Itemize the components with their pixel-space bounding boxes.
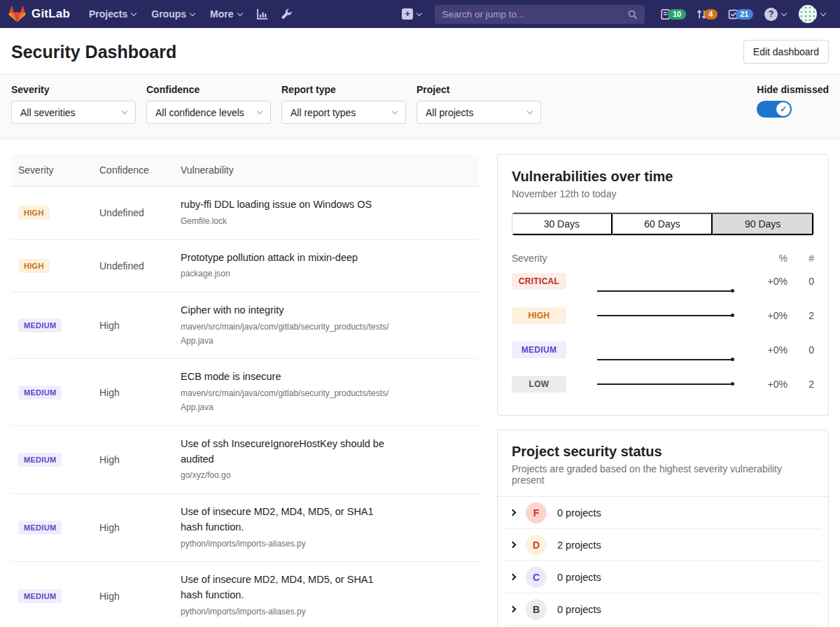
confidence-value: Undefined xyxy=(99,207,181,218)
grade-row-c[interactable]: C 0 projects xyxy=(505,561,821,593)
chevron-down-icon xyxy=(237,10,242,15)
vulnerability-row[interactable]: HIGH Undefined Prototype pollution attac… xyxy=(11,240,479,293)
help-menu-button[interactable]: ? xyxy=(758,3,792,25)
filter-dropdown[interactable]: All report types xyxy=(281,101,406,124)
filter-project: Project All projects xyxy=(416,84,541,124)
grade-project-count: 2 projects xyxy=(557,540,601,551)
nav-item-more[interactable]: More xyxy=(202,4,249,24)
chart-col-severity: Severity xyxy=(512,253,570,264)
trend-sparkline xyxy=(597,359,733,360)
vulnerability-row[interactable]: MEDIUM High Use of ssh InsecureIgnoreHos… xyxy=(11,426,479,494)
filter-dropdown[interactable]: All projects xyxy=(416,101,541,124)
confidence-value: High xyxy=(99,591,181,602)
change-percent: +0% xyxy=(751,379,788,390)
severity-badge: MEDIUM xyxy=(18,589,62,603)
vulnerability-title[interactable]: ECB mode is insecure xyxy=(181,369,391,385)
gitlab-home-link[interactable]: GitLab xyxy=(8,6,70,23)
vulnerability-title[interactable]: Use of insecure MD2, MD4, MD5, or SHA1 h… xyxy=(181,505,391,535)
vulnerability-title[interactable]: Use of insecure MD2, MD4, MD5, or SHA1 h… xyxy=(181,572,391,603)
confidence-value: Undefined xyxy=(99,260,181,272)
severity-badge: MEDIUM xyxy=(18,521,62,535)
grade-project-count: 0 projects xyxy=(557,507,601,519)
table-header: SeverityConfidenceVulnerability xyxy=(11,154,479,187)
hide-dismissed-group: Hide dismissed ✓ xyxy=(757,84,829,118)
confidence-value: High xyxy=(99,522,181,533)
page-header: Security Dashboard Edit dashboard xyxy=(0,28,840,74)
search-input[interactable] xyxy=(442,9,627,20)
column-header-vulnerability: Vulnerability xyxy=(181,164,472,176)
chevron-down-icon xyxy=(122,108,127,114)
check-icon: ✓ xyxy=(776,102,790,116)
vulnerability-row[interactable]: MEDIUM High Use of insecure MD2, MD4, MD… xyxy=(11,494,479,562)
severity-badge: HIGH xyxy=(18,259,50,273)
merge-requests-button[interactable]: 4 xyxy=(691,6,722,23)
severity-badge: HIGH xyxy=(512,307,566,324)
column-header-severity: Severity xyxy=(18,164,99,176)
chevron-right-icon xyxy=(510,542,517,549)
grade-row-f[interactable]: F 0 projects xyxy=(505,497,821,529)
severity-badge: LOW xyxy=(512,376,566,393)
filter-dropdown[interactable]: All severities xyxy=(11,101,136,124)
grade-badge: D xyxy=(526,535,547,556)
vulnerability-title[interactable]: Cipher with no integrity xyxy=(181,303,391,318)
admin-wrench-icon[interactable] xyxy=(274,4,299,24)
nav-counters: 10 4 21 xyxy=(654,6,758,23)
vulnerability-path: go/xyz/foo.go xyxy=(181,469,391,483)
top-navbar: GitLab Projects Groups More + xyxy=(0,0,840,28)
counter-badge: 4 xyxy=(704,9,718,20)
chart-severity-row: CRITICAL +0% 0 xyxy=(512,264,814,298)
chevron-right-icon xyxy=(510,574,517,581)
issues-button[interactable]: 10 xyxy=(654,6,690,23)
severity-badge: CRITICAL xyxy=(512,273,566,290)
filter-selected-value: All projects xyxy=(426,107,473,118)
vulnerability-row[interactable]: HIGH Undefined ruby-ffi DDL loading issu… xyxy=(11,187,479,240)
vulnerability-row[interactable]: MEDIUM High ECB mode is insecure maven/s… xyxy=(11,359,479,425)
vulnerability-title[interactable]: Prototype pollution attack in mixin-deep xyxy=(181,251,391,266)
filter-confidence: Confidence All confidence levels xyxy=(146,84,271,124)
trend-sparkline xyxy=(597,383,733,385)
nav-item-label: Groups xyxy=(151,8,186,20)
vulnerability-title[interactable]: Use of ssh InsecureIgnoreHostKey should … xyxy=(181,437,391,467)
page-title: Security Dashboard xyxy=(11,42,176,62)
new-menu-button[interactable]: + xyxy=(396,4,428,24)
vulnerability-list: SeverityConfidenceVulnerability HIGH Und… xyxy=(11,154,479,627)
vulnerability-count: 2 xyxy=(796,310,814,321)
grade-row-b[interactable]: B 0 projects xyxy=(505,593,821,626)
avatar xyxy=(799,5,817,23)
filter-selected-value: All confidence levels xyxy=(155,107,244,118)
chart-col-count: # xyxy=(796,253,814,264)
severity-badge: HIGH xyxy=(18,206,50,220)
nav-item-groups[interactable]: Groups xyxy=(144,4,202,24)
filter-dropdown[interactable]: All confidence levels xyxy=(146,101,271,124)
change-percent: +0% xyxy=(751,344,788,355)
vulnerability-path: maven/src/main/java/com/gitlab/security_… xyxy=(181,320,391,348)
chevron-down-icon xyxy=(820,10,826,15)
vulnerability-row[interactable]: MEDIUM High Cipher with no integrity mav… xyxy=(11,293,479,359)
nav-item-projects[interactable]: Projects xyxy=(81,4,144,24)
vulnerability-title[interactable]: ruby-ffi DDL loading issue on Windows OS xyxy=(181,197,391,213)
filter-selected-value: All severities xyxy=(20,107,76,118)
filter-label: Report type xyxy=(281,84,406,95)
range-button-60-days[interactable]: 60 Days xyxy=(612,213,713,235)
vulnerability-count: 0 xyxy=(796,276,814,287)
vulnerability-row[interactable]: MEDIUM High Use of insecure MD2, MD4, MD… xyxy=(11,562,479,627)
chevron-down-icon xyxy=(527,108,533,114)
edit-dashboard-button[interactable]: Edit dashboard xyxy=(743,40,829,64)
grade-row-d[interactable]: D 2 projects xyxy=(505,529,821,561)
severity-badge: MEDIUM xyxy=(512,341,566,358)
chevron-down-icon xyxy=(781,10,787,15)
todos-button[interactable]: 21 xyxy=(722,6,758,23)
hide-dismissed-toggle[interactable]: ✓ xyxy=(757,101,792,118)
range-button-90-days[interactable]: 90 Days xyxy=(713,213,813,235)
chevron-down-icon xyxy=(392,108,398,114)
range-button-30-days[interactable]: 30 Days xyxy=(512,213,612,235)
user-menu-button[interactable] xyxy=(792,1,832,27)
charts-icon[interactable] xyxy=(250,4,274,24)
chevron-down-icon xyxy=(416,10,422,15)
side-panel: Vulnerabilities over time November 12th … xyxy=(497,154,829,627)
counter-badge: 21 xyxy=(736,9,753,20)
confidence-value: High xyxy=(99,387,181,398)
chart-severity-row: LOW +0% 2 xyxy=(512,367,814,401)
filter-label: Confidence xyxy=(146,84,271,95)
main-content: SeverityConfidenceVulnerability HIGH Und… xyxy=(0,139,840,627)
